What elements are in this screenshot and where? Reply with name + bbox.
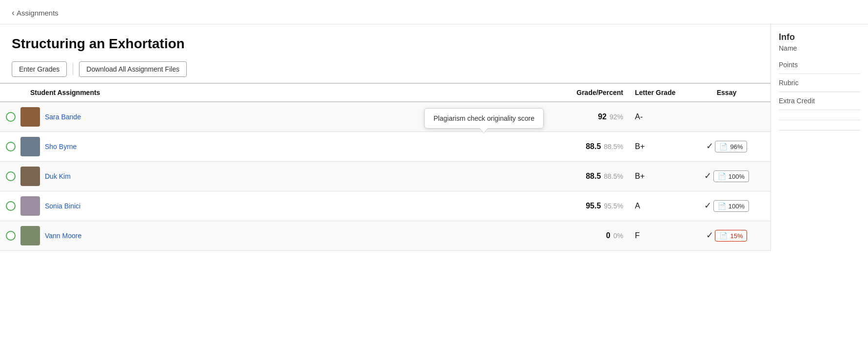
essay-cell-duk[interactable]: ✓ 📄 100% bbox=[683, 162, 770, 191]
avatar-vann bbox=[20, 226, 40, 245]
sidebar-info-sonia bbox=[779, 110, 860, 120]
doc-icon-sho: 📄 bbox=[719, 143, 728, 150]
sidebar-info-duk: Extra Credit bbox=[779, 92, 860, 110]
student-name-duk[interactable]: Duk Kim bbox=[45, 172, 71, 180]
sidebar-info-sara: Points bbox=[779, 56, 860, 74]
col-header-select bbox=[0, 83, 24, 102]
check-icon-sonia: ✓ bbox=[704, 201, 711, 210]
letter-cell-sho: B+ bbox=[629, 132, 683, 162]
student-name-vann[interactable]: Vann Moore bbox=[45, 232, 81, 240]
student-name-sho[interactable]: Sho Byrne bbox=[45, 143, 77, 150]
score-badge-sonia[interactable]: 📄 100% bbox=[713, 200, 749, 212]
doc-icon-sonia: 📄 bbox=[718, 202, 726, 210]
row-radio-sonia[interactable] bbox=[6, 201, 16, 211]
avatar-duk bbox=[20, 167, 40, 186]
avatar-sho bbox=[20, 137, 40, 156]
sidebar-info-vann bbox=[779, 120, 860, 131]
check-icon-vann: ✓ bbox=[706, 230, 713, 240]
row-radio-duk[interactable] bbox=[6, 171, 16, 181]
avatar-sara bbox=[20, 107, 40, 127]
table-row: Vann Moore 00%F✓ 📄 15% bbox=[0, 221, 770, 251]
back-chevron-icon: ‹ bbox=[12, 8, 15, 18]
col-header-grade: Grade/Percent bbox=[571, 83, 629, 102]
letter-cell-duk: B+ bbox=[629, 162, 683, 191]
score-badge-vann[interactable]: 📄 15% bbox=[715, 230, 747, 242]
grade-cell-sara: 9292% bbox=[571, 102, 629, 132]
score-badge-duk[interactable]: 📄 100% bbox=[713, 170, 749, 182]
row-radio-sara[interactable] bbox=[6, 112, 16, 122]
col-header-letter: Letter Grade bbox=[629, 83, 683, 102]
letter-cell-sara: A- bbox=[629, 102, 683, 132]
info-title: Info bbox=[779, 32, 860, 42]
essay-cell-sho[interactable]: ✓ 📄 96% bbox=[683, 132, 770, 162]
page-title: Structuring an Exhortation bbox=[12, 36, 759, 52]
col-header-essay: Essay bbox=[683, 83, 770, 102]
enter-grades-button[interactable]: Enter Grades bbox=[12, 61, 67, 77]
table-row: Sonia Binici 95.595.5%A✓ 📄 100% bbox=[0, 191, 770, 221]
score-badge-sho[interactable]: 📄 96% bbox=[715, 141, 747, 152]
essay-cell-sara[interactable] bbox=[683, 102, 770, 132]
letter-cell-sonia: A bbox=[629, 191, 683, 221]
grade-cell-vann: 00% bbox=[571, 221, 629, 251]
back-label: Assignments bbox=[17, 9, 59, 17]
doc-icon-duk: 📄 bbox=[718, 172, 726, 180]
download-files-button[interactable]: Download All Assignment Files bbox=[79, 61, 187, 77]
info-subtitle: Name bbox=[779, 44, 860, 52]
sidebar-info-sho: Rubric bbox=[779, 74, 860, 92]
grade-cell-duk: 88.588.5% bbox=[571, 162, 629, 191]
col-header-student: Student Assignments bbox=[24, 83, 571, 102]
back-button[interactable]: ‹ Assignments bbox=[12, 8, 59, 18]
plagiarism-tooltip: Plagiarism check originality score bbox=[424, 108, 544, 129]
doc-icon-vann: 📄 bbox=[719, 232, 728, 240]
essay-cell-sonia[interactable]: ✓ 📄 100% bbox=[683, 191, 770, 221]
grade-cell-sho: 88.588.5% bbox=[571, 132, 629, 162]
student-name-sonia[interactable]: Sonia Binici bbox=[45, 202, 80, 210]
student-name-sara[interactable]: Sara Bande bbox=[45, 113, 81, 121]
essay-cell-vann[interactable]: ✓ 📄 15% bbox=[683, 221, 770, 251]
table-row: Sho Byrne 88.588.5%B+✓ 📄 96% bbox=[0, 132, 770, 162]
table-row: Duk Kim 88.588.5%B+✓ 📄 100% bbox=[0, 162, 770, 191]
grade-cell-sonia: 95.595.5% bbox=[571, 191, 629, 221]
check-icon-duk: ✓ bbox=[704, 171, 711, 181]
check-icon-sho: ✓ bbox=[706, 141, 713, 151]
right-sidebar: Info Name PointsRubricExtra Credit bbox=[770, 24, 868, 251]
toolbar-divider bbox=[73, 63, 73, 75]
avatar-sonia bbox=[20, 196, 40, 216]
row-radio-sho[interactable] bbox=[6, 142, 16, 151]
letter-cell-vann: F bbox=[629, 221, 683, 251]
table-row: Sara Bande 9292%A- bbox=[0, 102, 770, 132]
row-radio-vann[interactable] bbox=[6, 231, 16, 241]
